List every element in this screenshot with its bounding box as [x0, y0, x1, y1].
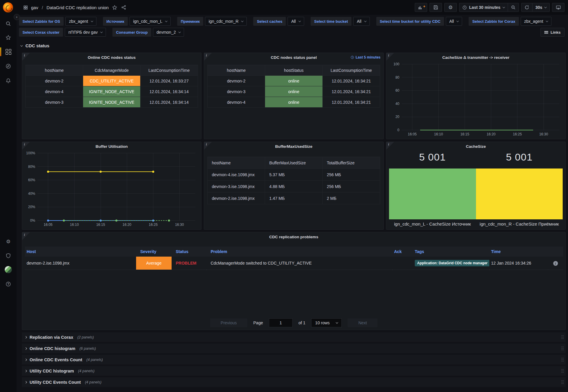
variable-label: Приемник [177, 17, 203, 26]
row-drag-handle-icon[interactable] [561, 357, 564, 362]
problem-info-icon[interactable]: i [553, 261, 558, 266]
dashboard-variables: Select Zabbix for OSzbx_agentИсточникign… [19, 17, 565, 39]
alerting-bell-icon[interactable] [0, 75, 17, 86]
time-range-picker[interactable]: Last 30 minutes [459, 3, 508, 12]
col-problem[interactable]: Problem [206, 247, 392, 257]
refresh-button[interactable] [522, 3, 532, 12]
collapsed-row-online-cdc-events-count[interactable]: Online CDC Events Count(4 panels) [22, 355, 566, 365]
variable-value-dropdown[interactable]: All [446, 17, 462, 26]
variable-value-dropdown[interactable]: ign_cdc_mon_L [130, 17, 171, 26]
tv-mode-button[interactable] [552, 3, 564, 12]
time-controls: Last 30 minutes [459, 3, 519, 12]
save-dashboard-button[interactable] [430, 3, 442, 12]
col-ack[interactable]: Ack [392, 247, 413, 257]
explore-compass-icon[interactable] [0, 61, 17, 72]
column-header[interactable]: BufferMaxUsedSize [265, 157, 322, 169]
variable-value-dropdown[interactable]: пППРБ dev gav [65, 28, 106, 37]
refresh-interval-picker[interactable]: 30s [532, 3, 549, 12]
problems-header-row: Host Severity Status Problem Ack Tags Ti… [25, 247, 563, 257]
row-drag-handle-icon[interactable] [561, 346, 564, 351]
panel-info-corner[interactable] [22, 142, 30, 150]
collapsed-row-replication-via-corax[interactable]: Replication via Corax(2 panels) [22, 332, 566, 342]
stat-block-receiver [476, 169, 563, 219]
breadcrumb-dashboard-title[interactable]: DataGrid CDC replication union [46, 5, 109, 10]
table-cell: devmon-2 [26, 76, 83, 86]
variable-value-dropdown[interactable]: ign_cdc_mon_R [205, 17, 247, 26]
col-status[interactable]: Status [172, 247, 206, 257]
problems-table: Host Severity Status Problem Ack Tags Ti… [25, 247, 563, 270]
col-time[interactable]: Time [489, 247, 548, 257]
svg-text:100: 100 [393, 62, 399, 66]
zoom-out-time-button[interactable] [508, 3, 519, 12]
problem-ack [392, 257, 413, 270]
search-icon[interactable] [0, 18, 17, 29]
breadcrumb-folder[interactable]: gav [31, 5, 38, 10]
table-cell: 2 МБ [322, 192, 380, 204]
variable-value-dropdown[interactable]: All [288, 17, 304, 26]
row-drag-handle-icon[interactable] [561, 380, 564, 384]
row-drag-handle-icon[interactable] [561, 335, 564, 339]
column-header[interactable]: hostName [208, 65, 265, 76]
page-number-input[interactable] [269, 318, 293, 327]
sidebar-expand-chevron[interactable]: › [14, 14, 20, 20]
column-header[interactable]: hostName [208, 157, 265, 169]
panel-title[interactable]: Online CDC nodes status [22, 53, 201, 62]
rows-per-page-select[interactable]: 10 rows [311, 318, 342, 327]
links-button[interactable]: Links [540, 28, 564, 37]
column-header[interactable]: LastConsumptionTime [322, 65, 380, 76]
variable-value-dropdown[interactable]: All [353, 17, 370, 26]
panel-info-corner[interactable] [386, 142, 394, 150]
row-title: Replication via Corax [30, 335, 73, 340]
panel-title[interactable]: Buffer Utilisation [22, 142, 201, 151]
panel-title[interactable]: CacheSize Δ transmitter -> receiver [386, 53, 565, 62]
panel-title[interactable]: CacheSize [386, 142, 565, 151]
column-header[interactable]: hostName [26, 65, 83, 76]
collapsed-row-online-cdc-histogram[interactable]: Online CDC histogram(6 panels) [22, 344, 566, 353]
collapsed-row-utility-cdc-histogram[interactable]: Utility CDC histogram(4 panels) [22, 366, 566, 376]
collapsed-row-utility-cdc-events-count[interactable]: Utility CDC Events Count(4 panels) [22, 377, 566, 387]
online-cdc-nodes-table: hostNameCdcManagerModeLastConsumptionTim… [25, 65, 198, 108]
help-icon[interactable] [0, 279, 17, 289]
panel-title[interactable]: CDC replication problems [22, 232, 565, 241]
table-cell: 256 МБ [322, 169, 380, 181]
panel-time-note[interactable]: Last 5 minutes [351, 55, 380, 59]
variable-value-dropdown[interactable]: devmon_2 [153, 28, 184, 37]
column-header[interactable]: CdcManagerMode [83, 65, 141, 76]
configuration-gear-icon[interactable]: ⚙ [0, 236, 17, 247]
page-label: Page [253, 320, 263, 325]
user-avatar[interactable] [0, 264, 17, 275]
problem-tag-badge[interactable]: Application: DataGrid CDC node manager [415, 260, 489, 266]
panel-info-corner[interactable] [22, 53, 30, 61]
panel-info-corner[interactable] [204, 53, 212, 61]
grafana-logo[interactable] [3, 2, 13, 12]
variable-value-dropdown[interactable]: zbx_agent [65, 17, 96, 26]
row-drag-handle-icon[interactable] [561, 369, 564, 373]
column-header[interactable]: TotalBufferSize [322, 157, 380, 169]
variable-value-dropdown[interactable]: zbx_agent [521, 17, 552, 26]
panel-info-corner[interactable] [386, 53, 394, 61]
next-page-button[interactable]: Next [348, 318, 377, 327]
buffer-max-table: hostNameBufferMaxUsedSizeTotalBufferSize… [207, 157, 380, 204]
add-panel-button[interactable]: + [415, 3, 427, 12]
panel-title[interactable]: BufferMaxUsedSize [204, 142, 383, 151]
previous-page-button[interactable]: Previous [210, 318, 247, 327]
table-cell: 12.01.2024, 16:33:27 [141, 76, 198, 86]
col-host[interactable]: Host [25, 247, 136, 257]
table-header-row: hostNameBufferMaxUsedSizeTotalBufferSize [208, 157, 380, 169]
favorite-star-icon[interactable] [112, 5, 117, 10]
share-icon[interactable] [121, 5, 126, 10]
dashboards-icon[interactable] [0, 46, 17, 57]
row-header-cdc-status[interactable]: CDC status [21, 43, 49, 48]
column-header[interactable]: hostStatus [265, 65, 322, 76]
column-header[interactable]: LastConsumptionTime [141, 65, 198, 76]
server-admin-shield-icon[interactable] [0, 250, 17, 261]
chevron-down-icon [336, 321, 338, 323]
row-title: Online CDC histogram [30, 346, 75, 351]
col-severity[interactable]: Severity [136, 247, 172, 257]
panel-info-corner[interactable] [204, 142, 212, 150]
col-tags[interactable]: Tags [413, 247, 489, 257]
panel-info-corner[interactable] [22, 232, 30, 240]
starred-icon[interactable] [0, 32, 17, 43]
panel-buffer-utilisation: i Buffer Utilisation 0%20%40%60%80%100%1… [22, 142, 201, 230]
dashboard-settings-button[interactable]: ⚙ [444, 3, 457, 12]
